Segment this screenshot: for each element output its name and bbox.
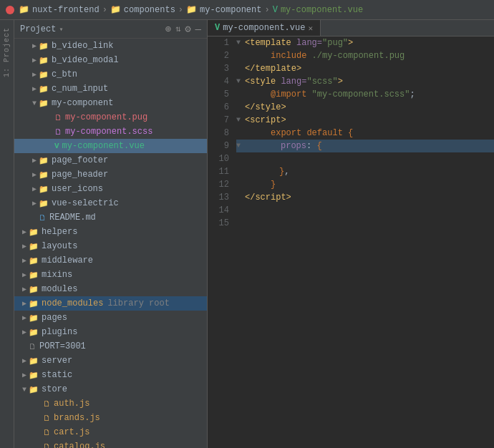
file-tree-header: Project ▾ ⊕ ⇅ ⚙ — xyxy=(14,20,207,39)
fold-icon[interactable]: ▼ xyxy=(236,75,245,88)
code-line-8: export default { xyxy=(236,127,494,140)
new-folder-icon[interactable]: ⇅ xyxy=(175,24,180,34)
syn-brace: } xyxy=(279,165,284,178)
tree-item-catalog[interactable]: 🗋 catalog.js xyxy=(14,439,207,448)
fold-icon[interactable]: ▼ xyxy=(236,36,245,49)
code-line-6: </style> xyxy=(236,101,494,114)
code-line-2: include ./my-component.pug xyxy=(236,49,494,62)
folder-icon: 📁 xyxy=(39,185,49,194)
tab-my-component-vue[interactable]: V my-component.vue ✕ xyxy=(208,20,321,36)
file-tree-body: ▶ 📁 b_video_link ▶ 📁 b_video_modal ▶ 📁 c… xyxy=(14,39,207,448)
tree-item-mixins[interactable]: ▶ 📁 mixins xyxy=(14,268,207,282)
folder-icon: 📁 xyxy=(39,84,49,94)
syn-tag: <template xyxy=(245,36,296,49)
arrow-icon: ▶ xyxy=(30,56,39,64)
fold-icon[interactable]: ▼ xyxy=(236,140,245,152)
tree-item-auth[interactable]: 🗋 auth.js xyxy=(14,396,207,411)
tree-item-my-component-scss[interactable]: 🗋 my-component.scss xyxy=(14,125,207,139)
tree-item-middleware[interactable]: ▶ 📁 middleware xyxy=(14,253,207,268)
syn-text: , xyxy=(284,165,289,178)
line-num-1: 1 xyxy=(208,36,229,49)
editor-panel: V my-component.vue ✕ 1 2 3 4 5 6 7 8 9 1… xyxy=(208,20,494,448)
tree-label: node_modules xyxy=(42,298,103,308)
arrow-icon: ▼ xyxy=(30,99,39,107)
tree-item-page_footer[interactable]: ▶ 📁 page_footer xyxy=(14,153,207,167)
chevron-down-icon[interactable]: ▾ xyxy=(59,25,63,34)
fold-icon[interactable]: ▼ xyxy=(236,114,245,127)
arrow-icon: ▶ xyxy=(30,70,39,79)
tree-item-b_video_link[interactable]: ▶ 📁 b_video_link xyxy=(14,39,207,53)
folder-icon: 📁 xyxy=(29,228,39,237)
syn-tag: <script> xyxy=(245,114,286,127)
tree-item-port[interactable]: 🗋 PORT=3001 xyxy=(14,339,207,354)
tree-label: b_video_link xyxy=(52,41,113,51)
tree-item-c_btn[interactable]: ▶ 📁 c_btn xyxy=(14,67,207,82)
line-num-9: 9 xyxy=(208,140,229,152)
line-num-11: 11 xyxy=(208,165,229,178)
tree-item-my-component-pug[interactable]: 🗋 my-component.pug xyxy=(14,110,207,125)
tree-item-modules[interactable]: ▶ 📁 modules xyxy=(14,282,207,296)
tree-item-b_video_modal[interactable]: ▶ 📁 b_video_modal xyxy=(14,53,207,67)
tree-label: mixins xyxy=(42,270,72,280)
settings-icon[interactable]: ⚙ xyxy=(185,23,190,35)
fold-spacer xyxy=(236,49,245,62)
tree-label: PORT=3001 xyxy=(39,341,86,351)
fold-spacer xyxy=(236,204,245,217)
tree-item-static[interactable]: ▶ 📁 static xyxy=(14,368,207,382)
line-num-12: 12 xyxy=(208,178,229,191)
code-line-1: ▼ <template lang="pug"> xyxy=(236,36,494,49)
tree-item-page_header[interactable]: ▶ 📁 page_header xyxy=(14,167,207,182)
tree-label: my-component.vue xyxy=(62,141,145,151)
line-num-7: 7 xyxy=(208,114,229,127)
code-editor[interactable]: 1 2 3 4 5 6 7 8 9 10 11 12 13 14 15 ▼ xyxy=(208,36,494,448)
tree-item-helpers[interactable]: ▶ 📁 helpers xyxy=(14,225,207,239)
window-control[interactable] xyxy=(6,6,14,14)
library-root-label: library root xyxy=(107,298,169,308)
arrow-icon: ▶ xyxy=(30,84,39,93)
tree-item-readme[interactable]: 🗋 README.md xyxy=(14,210,207,225)
main-layout: 1: Project Project ▾ ⊕ ⇅ ⚙ — ▶ 📁 b_video… xyxy=(0,20,494,448)
folder-icon: 📁 xyxy=(29,256,39,266)
arrow-icon: ▶ xyxy=(20,242,29,250)
folder-icon: 📁 xyxy=(29,285,39,294)
tree-item-brands[interactable]: 🗋 brands.js xyxy=(14,411,207,425)
new-file-icon[interactable]: ⊕ xyxy=(165,23,170,35)
tree-item-my-component[interactable]: ▼ 📁 my-component xyxy=(14,96,207,110)
line-numbers: 1 2 3 4 5 6 7 8 9 10 11 12 13 14 15 xyxy=(208,36,233,448)
collapse-icon[interactable]: — xyxy=(195,24,201,35)
tree-item-cart[interactable]: 🗋 cart.js xyxy=(14,425,207,439)
line-num-13: 13 xyxy=(208,191,229,204)
tab-close-button[interactable]: ✕ xyxy=(308,24,313,33)
tree-item-node_modules[interactable]: ▶ 📁 node_modules library root xyxy=(14,296,207,311)
tree-item-pages[interactable]: ▶ 📁 pages xyxy=(14,311,207,325)
line-num-14: 14 xyxy=(208,204,229,217)
arrow-icon: ▶ xyxy=(20,256,29,265)
syn-brace: { xyxy=(348,127,353,140)
arrow-icon: ▼ xyxy=(20,386,29,394)
file-tree-panel: Project ▾ ⊕ ⇅ ⚙ — ▶ 📁 b_video_link ▶ 📁 b… xyxy=(14,20,208,448)
tree-item-plugins[interactable]: ▶ 📁 plugins xyxy=(14,325,207,339)
tree-item-c_num_input[interactable]: ▶ 📁 c_num_input xyxy=(14,82,207,96)
breadcrumb-file: my-component.vue xyxy=(281,5,363,15)
folder-icon: 📁 xyxy=(39,70,49,79)
tree-label: my-component.pug xyxy=(65,112,147,122)
code-content[interactable]: ▼ <template lang="pug"> include ./my-com… xyxy=(233,36,494,448)
line-num-2: 2 xyxy=(208,49,229,62)
tree-label: layouts xyxy=(42,241,77,251)
tree-item-vue-selectric[interactable]: ▶ 📁 vue-selectric xyxy=(14,196,207,210)
tree-label: cart.js xyxy=(54,427,89,437)
tree-item-my-component-vue[interactable]: V my-component.vue xyxy=(14,139,207,153)
folder-icon: 📁 xyxy=(39,99,49,108)
folder-icon: 📁 xyxy=(29,271,39,280)
fold-spacer xyxy=(236,101,245,114)
tree-label: auth.js xyxy=(54,399,89,409)
tree-item-server[interactable]: ▶ 📁 server xyxy=(14,354,207,368)
tree-item-store[interactable]: ▼ 📁 store xyxy=(14,382,207,396)
syn-tag: > xyxy=(348,36,353,49)
tree-item-user_icons[interactable]: ▶ 📁 user_icons xyxy=(14,182,207,196)
tree-item-layouts[interactable]: ▶ 📁 layouts xyxy=(14,239,207,253)
syn-keyword: export xyxy=(271,127,306,140)
title-bar: 📁 nuxt-frontend › 📁 components › 📁 my-co… xyxy=(0,0,494,20)
arrow-icon: ▶ xyxy=(20,356,29,365)
line-num-10: 10 xyxy=(208,152,229,165)
